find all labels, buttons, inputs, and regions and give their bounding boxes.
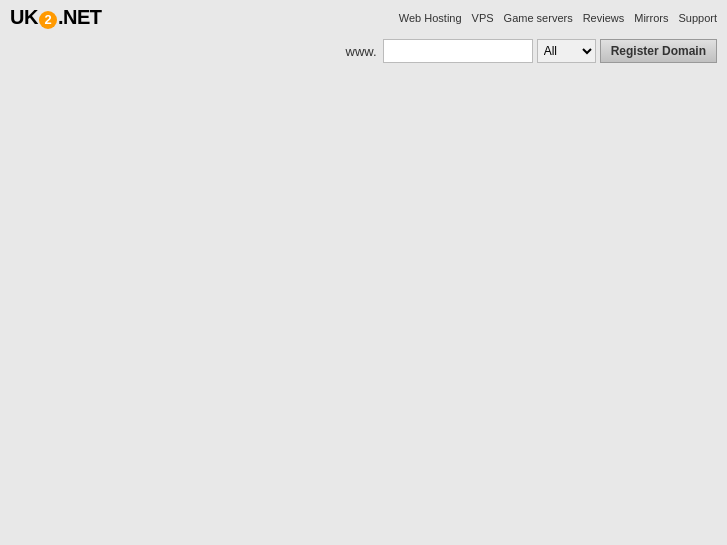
logo-net: .NET (58, 6, 102, 28)
nav-mirrors[interactable]: Mirrors (634, 12, 668, 24)
register-domain-button[interactable]: Register Domain (600, 39, 717, 63)
domain-bar: www. All .co.uk .com .net .org .info Reg… (0, 33, 727, 69)
domain-input[interactable] (383, 39, 533, 63)
www-label: www. (346, 44, 377, 59)
main-nav: Web Hosting VPS Game servers Reviews Mir… (399, 12, 717, 24)
nav-game-servers[interactable]: Game servers (504, 12, 573, 24)
logo-circle: 2 (39, 11, 57, 29)
nav-reviews[interactable]: Reviews (583, 12, 625, 24)
nav-support[interactable]: Support (678, 12, 717, 24)
logo-uk: UK (10, 6, 38, 28)
logo: UK2.NET (10, 6, 101, 29)
nav-vps[interactable]: VPS (472, 12, 494, 24)
header: UK2.NET Web Hosting VPS Game servers Rev… (0, 0, 727, 33)
nav-web-hosting[interactable]: Web Hosting (399, 12, 462, 24)
tld-select[interactable]: All .co.uk .com .net .org .info (537, 39, 596, 63)
